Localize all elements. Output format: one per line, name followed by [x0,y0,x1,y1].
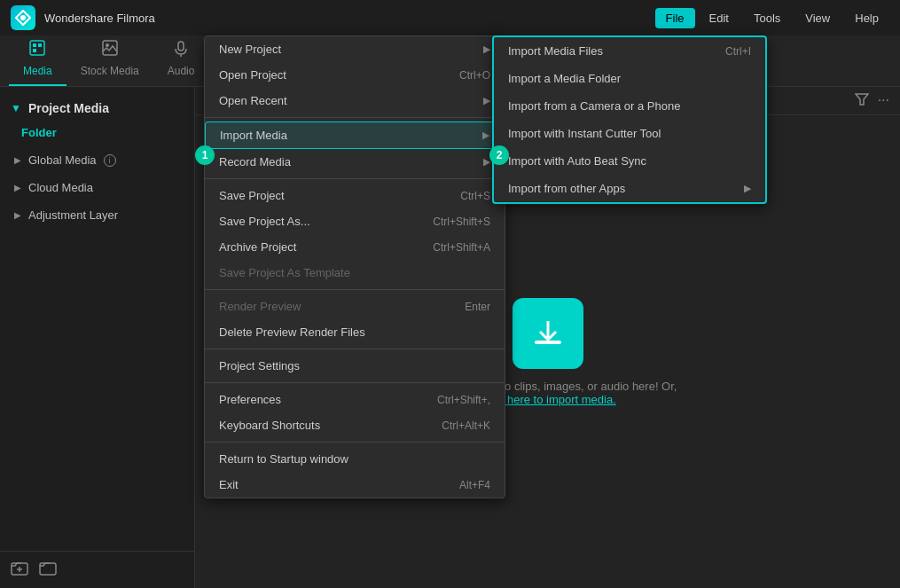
sidebar-section-header: ▼ Project Media [0,94,194,122]
import-auto-beat-label: Import with Auto Beat Sync [508,154,646,168]
submenu-import-camera[interactable]: Import from a Camera or a Phone [494,92,765,120]
menu-archive-project[interactable]: Archive Project Ctrl+Shift+A [205,234,505,260]
menu-tools[interactable]: Tools [743,8,791,28]
sidebar-item-cloud-media-label: Cloud Media [28,181,93,194]
submenu-import-folder[interactable]: Import a Media Folder [494,65,765,92]
import-camera-label: Import from a Camera or a Phone [508,99,680,113]
svg-rect-3 [33,43,36,47]
svg-rect-5 [33,49,36,52]
menu-project-settings[interactable]: Project Settings [205,353,505,379]
section-title: Project Media [28,101,109,115]
new-project-label: New Project [219,43,281,56]
menu-help[interactable]: Help [844,8,889,28]
delete-preview-label: Delete Preview Render Files [219,325,365,339]
tab-media[interactable]: Media [9,32,67,86]
menu-save-project-as[interactable]: Save Project As... Ctrl+Shift+S [205,208,505,234]
audio-tab-icon [172,39,190,61]
sidebar-item-adjustment-layer-label: Adjustment Layer [28,208,118,222]
menu-open-project[interactable]: Open Project Ctrl+O [205,62,505,88]
svg-rect-4 [38,43,42,47]
tab-audio[interactable]: Audio [153,32,209,86]
submenu-import-instant-cutter[interactable]: Import with Instant Cutter Tool [494,120,765,147]
menu-exit[interactable]: Exit Alt+F4 [205,472,505,498]
menu-open-recent[interactable]: Open Recent ▶ [205,88,505,114]
add-folder-icon[interactable] [11,559,28,581]
menu-record-media[interactable]: Record Media ▶ [205,149,505,175]
tab-stock-media-label: Stock Media [81,65,139,77]
record-media-label: Record Media [219,155,291,169]
info-icon: i [104,154,116,167]
import-other-apps-label: Import from other Apps [508,182,625,195]
return-startup-label: Return to Startup window [219,452,348,466]
menu-delete-preview[interactable]: Delete Preview Render Files [205,319,505,345]
sidebar-item-global-media[interactable]: ▶ Global Media i [0,146,194,174]
menu-preferences[interactable]: Preferences Ctrl+Shift+, [205,387,505,412]
tab-stock-media[interactable]: Stock Media [67,32,153,86]
app-logo [11,5,35,30]
separator-5 [205,382,505,383]
media-tab-icon [28,39,46,61]
sidebar-item-adjustment-layer[interactable]: ▶ Adjustment Layer [0,201,194,229]
download-icon [530,316,566,351]
keyboard-shortcuts-label: Keyboard Shortcuts [219,419,320,432]
import-instant-cutter-label: Import with Instant Cutter Tool [508,127,661,140]
project-settings-label: Project Settings [219,359,300,372]
step-badge-2: 2 [489,145,509,165]
cloud-media-arrow-icon: ▶ [14,183,21,192]
open-project-label: Open Project [219,68,286,82]
submenu-import-other-apps[interactable]: Import from other Apps ▶ [494,175,765,202]
filter-icon[interactable] [855,92,869,109]
separator-3 [205,289,505,290]
file-menu: New Project ▶ Open Project Ctrl+O Open R… [204,35,505,498]
menu-import-media[interactable]: Import Media ▶ [205,122,505,149]
menu-keyboard-shortcuts[interactable]: Keyboard Shortcuts Ctrl+Alt+K [205,412,505,438]
open-recent-arrow: ▶ [483,95,490,106]
save-project-as-shortcut: Ctrl+Shift+S [433,216,490,228]
menu-edit[interactable]: Edit [699,8,740,28]
badge-2-circle: 2 [489,145,509,165]
submenu-import-files[interactable]: Import Media Files Ctrl+I [494,37,765,65]
submenu-import-auto-beat[interactable]: Import with Auto Beat Sync [494,147,765,175]
import-media-label: Import Media [220,129,287,142]
tab-audio-label: Audio [168,65,195,77]
exit-shortcut: Alt+F4 [459,479,490,491]
svg-rect-2 [30,41,44,55]
svg-marker-24 [856,94,868,105]
keyboard-shortcuts-shortcut: Ctrl+Alt+K [442,419,490,432]
render-preview-label: Render Preview [219,300,301,313]
menu-save-project[interactable]: Save Project Ctrl+S [205,183,505,208]
save-project-label: Save Project [219,189,285,202]
import-files-shortcut: Ctrl+I [725,45,751,58]
menu-file[interactable]: File [655,8,695,28]
separator-2 [205,178,505,179]
global-media-arrow-icon: ▶ [14,155,21,165]
more-options-icon[interactable]: ··· [878,92,889,109]
separator-6 [205,442,505,443]
badge-1-circle: 1 [195,145,215,165]
separator-4 [205,349,505,349]
title-bar: Wondershare Filmora File Edit Tools View… [0,0,900,35]
import-submenu: Import Media Files Ctrl+I Import a Media… [492,35,767,204]
new-folder-icon[interactable] [39,559,57,581]
archive-project-shortcut: Ctrl+Shift+A [433,241,490,254]
menu-render-preview: Render Preview Enter [205,294,505,319]
sidebar-item-cloud-media[interactable]: ▶ Cloud Media [0,174,194,201]
stock-media-tab-icon [101,39,119,61]
svg-point-7 [106,43,109,47]
menu-view[interactable]: View [794,8,841,28]
exit-label: Exit [219,478,239,491]
menu-new-project[interactable]: New Project ▶ [205,36,505,62]
section-arrow-icon: ▼ [11,102,21,114]
svg-rect-8 [178,42,184,51]
preferences-label: Preferences [219,393,281,406]
sidebar-bottom [0,551,195,588]
step-badge-1: 1 [195,145,215,165]
new-project-arrow: ▶ [483,43,490,55]
separator-1 [205,117,505,118]
save-project-as-label: Save Project As... [219,215,310,228]
save-project-shortcut: Ctrl+S [460,190,490,202]
svg-rect-21 [40,563,56,575]
import-other-apps-arrow: ▶ [744,183,751,194]
menu-save-as-template: Save Project As Template [205,260,505,286]
menu-return-startup[interactable]: Return to Startup window [205,446,505,472]
